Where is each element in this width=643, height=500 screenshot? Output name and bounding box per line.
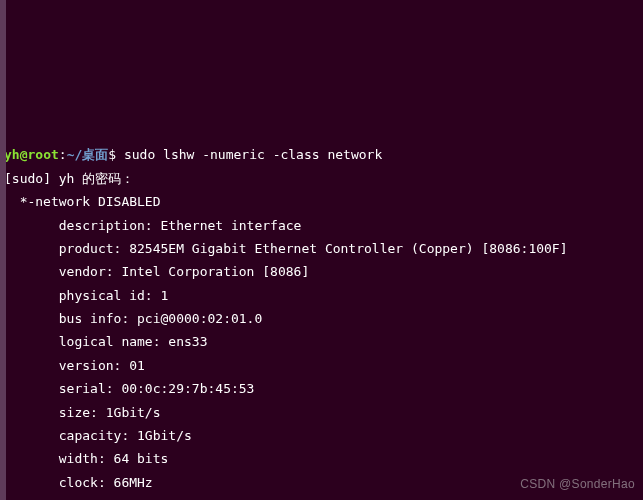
command-text: sudo lshw -numeric -class network — [124, 147, 382, 162]
field-description: description: Ethernet interface — [4, 214, 639, 237]
field-physical-id: physical id: 1 — [4, 284, 639, 307]
watermark-text: CSDN @SonderHao — [520, 474, 635, 496]
field-width: width: 64 bits — [4, 447, 639, 470]
terminal-output[interactable]: yh@root:~/桌面$ sudo lshw -numeric -class … — [4, 143, 639, 500]
field-bus-info: bus info: pci@0000:02:01.0 — [4, 307, 639, 330]
field-size: size: 1Gbit/s — [4, 401, 639, 424]
prompt-host: root — [27, 147, 58, 162]
prompt-path: ~/桌面 — [67, 147, 109, 162]
network-header: *-network DISABLED — [4, 190, 639, 213]
prompt-user: yh — [4, 147, 20, 162]
field-vendor: vendor: Intel Corporation [8086] — [4, 260, 639, 283]
field-capacity: capacity: 1Gbit/s — [4, 424, 639, 447]
sudo-prompt: [sudo] yh 的密码： — [4, 167, 639, 190]
field-logical-name: logical name: ens33 — [4, 330, 639, 353]
prompt-line: yh@root:~/桌面$ sudo lshw -numeric -class … — [4, 143, 639, 166]
field-version: version: 01 — [4, 354, 639, 377]
field-product: product: 82545EM Gigabit Ethernet Contro… — [4, 237, 639, 260]
prompt-colon: : — [59, 147, 67, 162]
prompt-symbol: $ — [108, 147, 124, 162]
field-serial: serial: 00:0c:29:7b:45:53 — [4, 377, 639, 400]
left-edge-strip — [0, 0, 6, 500]
